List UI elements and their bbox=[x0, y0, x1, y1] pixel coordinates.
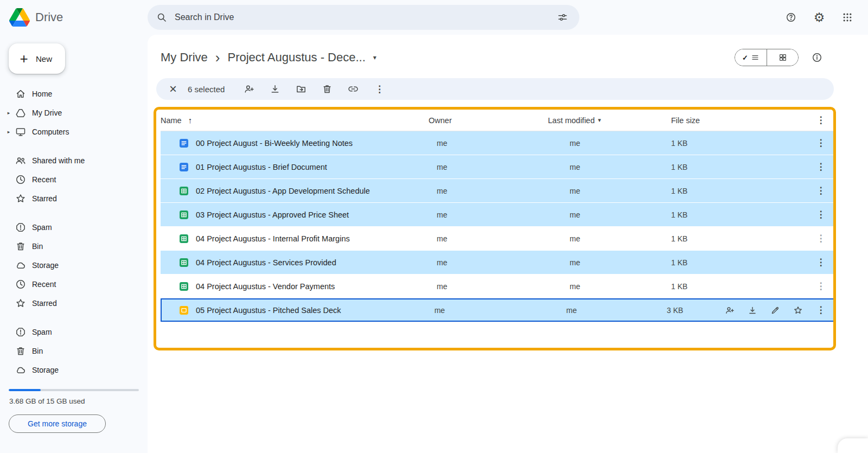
more-icon: ⋮ bbox=[816, 186, 825, 196]
file-owner: me bbox=[429, 210, 548, 219]
expand-arrow-icon[interactable]: ▸ bbox=[4, 129, 13, 135]
gear-icon: ⚙ bbox=[814, 12, 825, 23]
drive-logo[interactable]: Drive bbox=[9, 0, 63, 35]
details-button[interactable] bbox=[807, 48, 827, 67]
sidebar-item-starred[interactable]: Starred bbox=[0, 294, 148, 312]
get-more-storage-button[interactable]: Get more storage bbox=[9, 414, 106, 433]
file-name: 04 Project Augustus - Internal Profit Ma… bbox=[196, 234, 350, 243]
report-icon bbox=[15, 327, 26, 337]
table-header: Name ↑ Owner Last modified ▾ File size ⋮ bbox=[161, 110, 835, 131]
file-size: 3 KB bbox=[667, 306, 725, 315]
top-bar: Drive Search in Drive ⚙ bbox=[0, 0, 868, 35]
column-name[interactable]: Name bbox=[161, 116, 182, 125]
more-options-button[interactable]: ⋮ bbox=[816, 232, 826, 245]
sidebar-item-storage[interactable]: Storage bbox=[0, 256, 148, 275]
help-button[interactable] bbox=[780, 7, 802, 28]
download-icon bbox=[270, 84, 280, 94]
sidebar-item-storage[interactable]: Storage bbox=[0, 360, 148, 379]
clear-selection-button[interactable]: × bbox=[166, 82, 180, 95]
person-add-button[interactable] bbox=[725, 304, 735, 317]
star-icon bbox=[793, 305, 803, 316]
download-icon bbox=[748, 305, 757, 316]
view-controls: ✓ bbox=[735, 48, 827, 67]
more-options-button[interactable]: ⋮ bbox=[816, 280, 826, 293]
delete-button[interactable] bbox=[319, 81, 335, 97]
folder-dropdown-caret-icon: ▾ bbox=[373, 54, 376, 61]
download-button[interactable] bbox=[267, 81, 283, 97]
sidebar-item-spam[interactable]: Spam bbox=[0, 322, 148, 341]
sidebar-item-computers[interactable]: ▸Computers bbox=[0, 122, 148, 141]
share-button[interactable] bbox=[241, 81, 257, 97]
sidebar-item-recent[interactable]: Recent bbox=[0, 170, 148, 189]
search-options-button[interactable] bbox=[553, 8, 572, 27]
file-size: 1 KB bbox=[671, 234, 730, 243]
clock-icon bbox=[15, 174, 26, 185]
more-vert-icon: ⋮ bbox=[816, 115, 825, 126]
sidebar-item-starred[interactable]: Starred bbox=[0, 189, 148, 208]
file-name: 02 Project Augustus - App Development Sc… bbox=[196, 187, 370, 195]
sidebar-item-bin[interactable]: Bin bbox=[0, 237, 148, 256]
file-owner: me bbox=[429, 187, 548, 195]
sidebar-item-home[interactable]: Home bbox=[0, 84, 148, 103]
file-owner: me bbox=[429, 163, 548, 171]
column-file-size[interactable]: File size bbox=[671, 116, 730, 125]
file-row[interactable]: 05 Project Augustus - Pitched Sales Deck… bbox=[161, 298, 835, 322]
sidebar-group: SpamBinStorageRecentStarred bbox=[0, 218, 148, 312]
home-icon bbox=[15, 88, 26, 99]
file-row[interactable]: 03 Project Augustus - Approved Price She… bbox=[161, 203, 835, 227]
more-options-button[interactable]: ⋮ bbox=[816, 161, 826, 174]
download-button[interactable] bbox=[748, 304, 757, 317]
sidebar-item-label: Home bbox=[32, 90, 52, 98]
table-more-options-button[interactable]: ⋮ bbox=[816, 114, 826, 127]
pencil-button[interactable] bbox=[770, 304, 780, 317]
file-list: 00 Project August - Bi-Weekly Meeting No… bbox=[161, 131, 835, 322]
more-options-button[interactable]: ⋮ bbox=[371, 81, 387, 97]
sort-ascending-icon[interactable]: ↑ bbox=[188, 116, 193, 125]
search-input[interactable]: Search in Drive bbox=[148, 5, 579, 30]
grid-view-button[interactable] bbox=[767, 49, 798, 66]
list-view-button[interactable]: ✓ bbox=[735, 49, 767, 66]
file-owner: me bbox=[429, 258, 548, 267]
sidebar-item-spam[interactable]: Spam bbox=[0, 218, 148, 237]
file-row[interactable]: 04 Project Augustus - Internal Profit Ma… bbox=[161, 227, 835, 251]
more-icon: ⋮ bbox=[816, 281, 825, 292]
link-icon bbox=[348, 84, 359, 94]
trash-icon bbox=[15, 346, 26, 356]
breadcrumb-current-label: Project Augustus - Dece... bbox=[227, 50, 365, 65]
move-button[interactable] bbox=[293, 81, 309, 97]
breadcrumb-current-folder[interactable]: Project Augustus - Dece... ▾ bbox=[227, 50, 376, 65]
settings-button[interactable]: ⚙ bbox=[808, 7, 830, 28]
new-button[interactable]: + New bbox=[9, 43, 65, 74]
breadcrumb-my-drive[interactable]: My Drive bbox=[161, 50, 208, 65]
more-options-button[interactable]: ⋮ bbox=[816, 184, 826, 197]
bottom-right-panel-corner bbox=[838, 438, 868, 453]
file-size: 1 KB bbox=[671, 163, 730, 171]
sidebar-item-my-drive[interactable]: ▸My Drive bbox=[0, 103, 148, 122]
apps-button[interactable] bbox=[837, 7, 858, 28]
file-owner: me bbox=[429, 282, 548, 291]
sidebar-group: Home▸My Drive▸Computers bbox=[0, 84, 148, 141]
more-options-button[interactable]: ⋮ bbox=[816, 304, 826, 317]
file-row[interactable]: 00 Project August - Bi-Weekly Meeting No… bbox=[161, 131, 835, 155]
more-options-button[interactable]: ⋮ bbox=[816, 137, 826, 150]
more-icon: ⋮ bbox=[816, 257, 825, 268]
computers-icon bbox=[15, 126, 26, 137]
expand-arrow-icon[interactable]: ▸ bbox=[4, 110, 13, 116]
more-options-button[interactable]: ⋮ bbox=[816, 208, 826, 221]
column-last-modified[interactable]: Last modified ▾ bbox=[548, 116, 671, 125]
star-button[interactable] bbox=[793, 304, 803, 317]
file-row[interactable]: 04 Project Augustus - Vendor Paymentsmem… bbox=[161, 275, 835, 298]
sidebar-item-recent[interactable]: Recent bbox=[0, 275, 148, 294]
column-owner[interactable]: Owner bbox=[429, 116, 548, 125]
sidebar-item-bin[interactable]: Bin bbox=[0, 341, 148, 360]
file-row[interactable]: 02 Project Augustus - App Development Sc… bbox=[161, 179, 835, 203]
copy-link-button[interactable] bbox=[345, 81, 361, 97]
file-row[interactable]: 01 Project Augustus - Brief Documentmeme… bbox=[161, 155, 835, 179]
more-icon: ⋮ bbox=[816, 162, 825, 173]
star-icon bbox=[15, 193, 26, 204]
file-owner: me bbox=[429, 139, 548, 148]
file-size: 1 KB bbox=[671, 282, 730, 291]
more-options-button[interactable]: ⋮ bbox=[816, 256, 826, 269]
sidebar-item-shared-with-me[interactable]: Shared with me bbox=[0, 151, 148, 170]
file-row[interactable]: 04 Project Augustus - Services Providedm… bbox=[161, 251, 835, 275]
